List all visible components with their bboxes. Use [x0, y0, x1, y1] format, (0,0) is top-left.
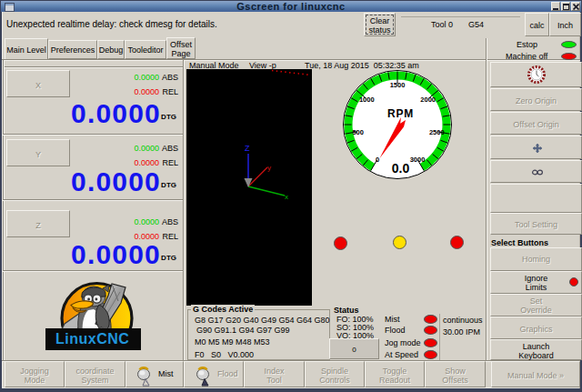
- svg-text:1000: 1000: [359, 95, 375, 104]
- svg-text:2000: 2000: [420, 95, 436, 104]
- svg-text:3000: 3000: [410, 156, 426, 164]
- svg-text:y: y: [267, 164, 271, 172]
- svg-text:1500: 1500: [390, 81, 406, 89]
- svg-text:500: 500: [352, 128, 364, 136]
- svg-text:0: 0: [376, 156, 379, 164]
- svg-text:0.0: 0.0: [392, 161, 410, 176]
- svg-text:RPM: RPM: [387, 107, 414, 120]
- svg-text:x: x: [285, 193, 288, 201]
- svg-text:Z: Z: [245, 144, 250, 153]
- svg-text:2500: 2500: [429, 128, 445, 136]
